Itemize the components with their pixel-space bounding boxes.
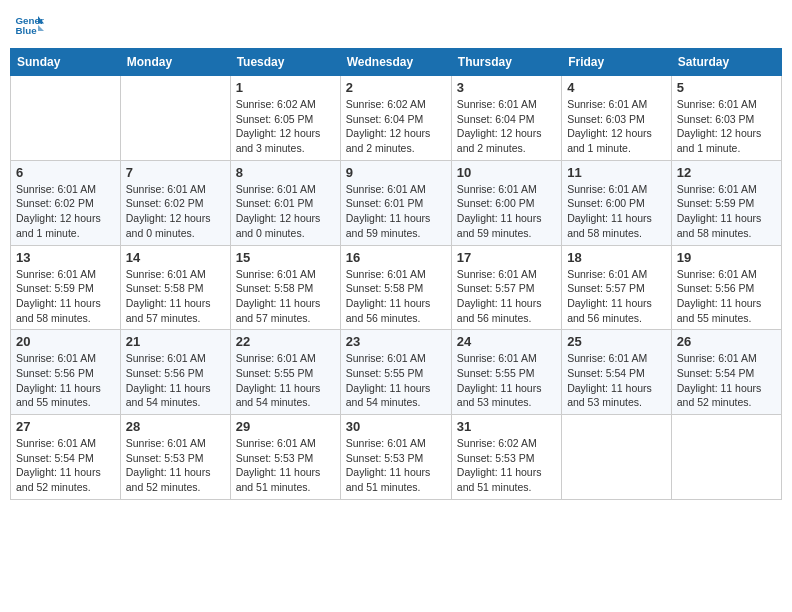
day-info: Sunrise: 6:01 AM Sunset: 5:57 PM Dayligh… xyxy=(457,267,556,326)
day-info: Sunrise: 6:01 AM Sunset: 6:04 PM Dayligh… xyxy=(457,97,556,156)
day-info: Sunrise: 6:01 AM Sunset: 6:01 PM Dayligh… xyxy=(346,182,446,241)
calendar-cell: 3Sunrise: 6:01 AM Sunset: 6:04 PM Daylig… xyxy=(451,76,561,161)
calendar-cell xyxy=(562,415,672,500)
calendar-cell: 25Sunrise: 6:01 AM Sunset: 5:54 PM Dayli… xyxy=(562,330,672,415)
day-number: 22 xyxy=(236,334,335,349)
calendar-table: SundayMondayTuesdayWednesdayThursdayFrid… xyxy=(10,48,782,500)
calendar-cell: 10Sunrise: 6:01 AM Sunset: 6:00 PM Dayli… xyxy=(451,160,561,245)
day-info: Sunrise: 6:01 AM Sunset: 5:55 PM Dayligh… xyxy=(457,351,556,410)
calendar-cell: 1Sunrise: 6:02 AM Sunset: 6:05 PM Daylig… xyxy=(230,76,340,161)
calendar-cell xyxy=(120,76,230,161)
weekday-header-row: SundayMondayTuesdayWednesdayThursdayFrid… xyxy=(11,49,782,76)
calendar-cell: 26Sunrise: 6:01 AM Sunset: 5:54 PM Dayli… xyxy=(671,330,781,415)
calendar-cell: 15Sunrise: 6:01 AM Sunset: 5:58 PM Dayli… xyxy=(230,245,340,330)
day-number: 27 xyxy=(16,419,115,434)
calendar-cell: 23Sunrise: 6:01 AM Sunset: 5:55 PM Dayli… xyxy=(340,330,451,415)
calendar-cell: 19Sunrise: 6:01 AM Sunset: 5:56 PM Dayli… xyxy=(671,245,781,330)
week-row-3: 13Sunrise: 6:01 AM Sunset: 5:59 PM Dayli… xyxy=(11,245,782,330)
day-info: Sunrise: 6:01 AM Sunset: 6:00 PM Dayligh… xyxy=(457,182,556,241)
day-number: 13 xyxy=(16,250,115,265)
week-row-5: 27Sunrise: 6:01 AM Sunset: 5:54 PM Dayli… xyxy=(11,415,782,500)
logo: General Blue xyxy=(14,10,44,40)
day-number: 21 xyxy=(126,334,225,349)
day-number: 14 xyxy=(126,250,225,265)
day-info: Sunrise: 6:01 AM Sunset: 6:02 PM Dayligh… xyxy=(126,182,225,241)
calendar-cell: 24Sunrise: 6:01 AM Sunset: 5:55 PM Dayli… xyxy=(451,330,561,415)
day-info: Sunrise: 6:01 AM Sunset: 6:01 PM Dayligh… xyxy=(236,182,335,241)
day-number: 2 xyxy=(346,80,446,95)
calendar-cell xyxy=(11,76,121,161)
day-info: Sunrise: 6:01 AM Sunset: 6:00 PM Dayligh… xyxy=(567,182,666,241)
day-info: Sunrise: 6:01 AM Sunset: 6:02 PM Dayligh… xyxy=(16,182,115,241)
calendar-cell: 30Sunrise: 6:01 AM Sunset: 5:53 PM Dayli… xyxy=(340,415,451,500)
day-number: 28 xyxy=(126,419,225,434)
calendar-cell: 6Sunrise: 6:01 AM Sunset: 6:02 PM Daylig… xyxy=(11,160,121,245)
calendar-cell: 29Sunrise: 6:01 AM Sunset: 5:53 PM Dayli… xyxy=(230,415,340,500)
calendar-cell: 27Sunrise: 6:01 AM Sunset: 5:54 PM Dayli… xyxy=(11,415,121,500)
calendar-cell: 8Sunrise: 6:01 AM Sunset: 6:01 PM Daylig… xyxy=(230,160,340,245)
calendar-cell: 31Sunrise: 6:02 AM Sunset: 5:53 PM Dayli… xyxy=(451,415,561,500)
day-info: Sunrise: 6:01 AM Sunset: 5:53 PM Dayligh… xyxy=(126,436,225,495)
weekday-monday: Monday xyxy=(120,49,230,76)
day-number: 3 xyxy=(457,80,556,95)
weekday-thursday: Thursday xyxy=(451,49,561,76)
calendar-cell: 18Sunrise: 6:01 AM Sunset: 5:57 PM Dayli… xyxy=(562,245,672,330)
calendar-body: 1Sunrise: 6:02 AM Sunset: 6:05 PM Daylig… xyxy=(11,76,782,500)
day-number: 5 xyxy=(677,80,776,95)
calendar-cell: 21Sunrise: 6:01 AM Sunset: 5:56 PM Dayli… xyxy=(120,330,230,415)
day-number: 26 xyxy=(677,334,776,349)
day-info: Sunrise: 6:01 AM Sunset: 5:58 PM Dayligh… xyxy=(346,267,446,326)
calendar-cell: 20Sunrise: 6:01 AM Sunset: 5:56 PM Dayli… xyxy=(11,330,121,415)
calendar-cell: 17Sunrise: 6:01 AM Sunset: 5:57 PM Dayli… xyxy=(451,245,561,330)
day-number: 12 xyxy=(677,165,776,180)
calendar-cell: 22Sunrise: 6:01 AM Sunset: 5:55 PM Dayli… xyxy=(230,330,340,415)
day-info: Sunrise: 6:01 AM Sunset: 5:57 PM Dayligh… xyxy=(567,267,666,326)
calendar-cell: 5Sunrise: 6:01 AM Sunset: 6:03 PM Daylig… xyxy=(671,76,781,161)
day-info: Sunrise: 6:01 AM Sunset: 5:58 PM Dayligh… xyxy=(126,267,225,326)
day-info: Sunrise: 6:01 AM Sunset: 5:53 PM Dayligh… xyxy=(346,436,446,495)
calendar-cell: 16Sunrise: 6:01 AM Sunset: 5:58 PM Dayli… xyxy=(340,245,451,330)
day-number: 31 xyxy=(457,419,556,434)
day-info: Sunrise: 6:01 AM Sunset: 5:59 PM Dayligh… xyxy=(16,267,115,326)
day-number: 20 xyxy=(16,334,115,349)
calendar-cell: 13Sunrise: 6:01 AM Sunset: 5:59 PM Dayli… xyxy=(11,245,121,330)
calendar-cell xyxy=(671,415,781,500)
day-info: Sunrise: 6:02 AM Sunset: 5:53 PM Dayligh… xyxy=(457,436,556,495)
day-info: Sunrise: 6:01 AM Sunset: 5:54 PM Dayligh… xyxy=(677,351,776,410)
day-info: Sunrise: 6:02 AM Sunset: 6:05 PM Dayligh… xyxy=(236,97,335,156)
week-row-2: 6Sunrise: 6:01 AM Sunset: 6:02 PM Daylig… xyxy=(11,160,782,245)
day-number: 16 xyxy=(346,250,446,265)
day-info: Sunrise: 6:01 AM Sunset: 5:54 PM Dayligh… xyxy=(16,436,115,495)
weekday-saturday: Saturday xyxy=(671,49,781,76)
logo-icon: General Blue xyxy=(14,10,44,40)
day-number: 17 xyxy=(457,250,556,265)
day-info: Sunrise: 6:01 AM Sunset: 5:56 PM Dayligh… xyxy=(16,351,115,410)
weekday-sunday: Sunday xyxy=(11,49,121,76)
week-row-1: 1Sunrise: 6:02 AM Sunset: 6:05 PM Daylig… xyxy=(11,76,782,161)
day-info: Sunrise: 6:01 AM Sunset: 5:53 PM Dayligh… xyxy=(236,436,335,495)
calendar-cell: 28Sunrise: 6:01 AM Sunset: 5:53 PM Dayli… xyxy=(120,415,230,500)
calendar-cell: 4Sunrise: 6:01 AM Sunset: 6:03 PM Daylig… xyxy=(562,76,672,161)
day-number: 10 xyxy=(457,165,556,180)
calendar-cell: 14Sunrise: 6:01 AM Sunset: 5:58 PM Dayli… xyxy=(120,245,230,330)
calendar-cell: 12Sunrise: 6:01 AM Sunset: 5:59 PM Dayli… xyxy=(671,160,781,245)
day-number: 24 xyxy=(457,334,556,349)
day-number: 4 xyxy=(567,80,666,95)
day-number: 7 xyxy=(126,165,225,180)
week-row-4: 20Sunrise: 6:01 AM Sunset: 5:56 PM Dayli… xyxy=(11,330,782,415)
day-info: Sunrise: 6:01 AM Sunset: 6:03 PM Dayligh… xyxy=(567,97,666,156)
weekday-wednesday: Wednesday xyxy=(340,49,451,76)
calendar-cell: 2Sunrise: 6:02 AM Sunset: 6:04 PM Daylig… xyxy=(340,76,451,161)
day-info: Sunrise: 6:01 AM Sunset: 5:56 PM Dayligh… xyxy=(677,267,776,326)
weekday-tuesday: Tuesday xyxy=(230,49,340,76)
day-info: Sunrise: 6:01 AM Sunset: 5:59 PM Dayligh… xyxy=(677,182,776,241)
day-number: 9 xyxy=(346,165,446,180)
svg-marker-3 xyxy=(38,25,44,31)
day-info: Sunrise: 6:01 AM Sunset: 5:55 PM Dayligh… xyxy=(236,351,335,410)
day-number: 19 xyxy=(677,250,776,265)
day-info: Sunrise: 6:01 AM Sunset: 6:03 PM Dayligh… xyxy=(677,97,776,156)
svg-text:Blue: Blue xyxy=(16,25,38,36)
calendar-cell: 7Sunrise: 6:01 AM Sunset: 6:02 PM Daylig… xyxy=(120,160,230,245)
day-number: 25 xyxy=(567,334,666,349)
day-info: Sunrise: 6:01 AM Sunset: 5:55 PM Dayligh… xyxy=(346,351,446,410)
